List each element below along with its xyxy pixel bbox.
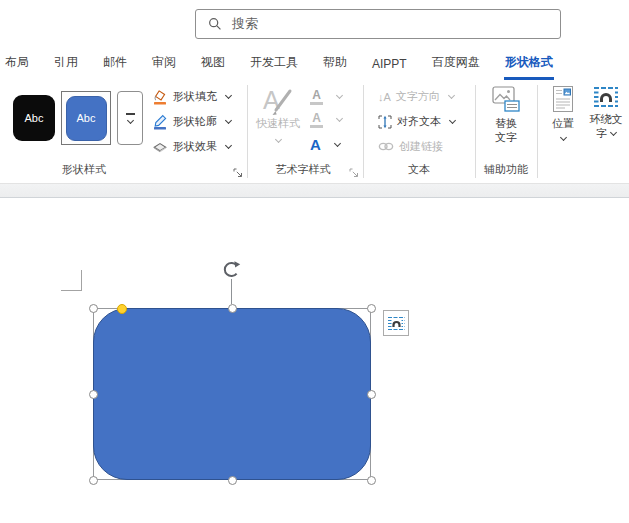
- create-link-button: 创建链接: [378, 137, 443, 156]
- selected-rounded-rectangle-shape[interactable]: [93, 308, 371, 480]
- shape-effects-label: 形状效果: [173, 139, 217, 154]
- tab-view[interactable]: 视图: [200, 48, 226, 80]
- chevron-down-icon: [225, 117, 232, 124]
- resize-handle-bottom-left[interactable]: [89, 476, 98, 485]
- layout-options-button[interactable]: [383, 310, 409, 336]
- chevron-down-icon: [336, 115, 343, 122]
- word-window: 搜索 布局 引用 邮件 审阅 视图 开发工具 帮助 AIPPT 百度网盘 形状格…: [0, 0, 629, 523]
- ribbon-document-divider: [0, 184, 629, 198]
- group-separator: [363, 85, 364, 178]
- shape-style-thumbnail-selected-frame: Abc: [61, 91, 111, 145]
- resize-handle-top-center[interactable]: [228, 304, 237, 313]
- chevron-down-icon: [449, 117, 456, 124]
- resize-handle-middle-right[interactable]: [367, 390, 376, 399]
- create-link-label: 创建链接: [399, 139, 443, 154]
- tab-mailings[interactable]: 邮件: [102, 48, 128, 80]
- chevron-down-icon: [274, 136, 281, 143]
- shape-outline-label: 形状轮廓: [173, 114, 217, 129]
- group-label-shape-styles: 形状样式: [48, 162, 120, 177]
- text-direction-icon: ↓A: [378, 91, 391, 103]
- group-label-text: 文本: [379, 162, 459, 177]
- align-text-label: 对齐文本: [397, 114, 441, 129]
- group-label-wordart-styles: 艺术字样式: [263, 162, 343, 177]
- text-fill-button: A: [310, 86, 342, 107]
- wrap-text-label-line2: 字: [596, 127, 607, 139]
- search-box[interactable]: 搜索: [195, 9, 561, 39]
- align-text-button[interactable]: 对齐文本: [378, 112, 455, 131]
- tab-aippt[interactable]: AIPPT: [371, 51, 408, 80]
- chevron-down-icon: [225, 92, 232, 99]
- group-separator: [247, 85, 248, 178]
- chevron-down-icon: [126, 117, 133, 124]
- align-text-icon: [378, 115, 392, 129]
- text-direction-label: 文字方向: [396, 89, 440, 104]
- group-separator: [537, 85, 538, 178]
- text-direction-button: ↓A 文字方向: [378, 87, 454, 106]
- tab-developer[interactable]: 开发工具: [249, 48, 299, 80]
- layout-options-wrap-icon: [388, 316, 405, 331]
- text-effects-button[interactable]: A: [310, 134, 340, 155]
- quick-styles-button: A 快速样式: [252, 84, 304, 142]
- search-placeholder: 搜索: [232, 15, 258, 33]
- quick-styles-label: 快速样式: [256, 117, 300, 129]
- position-icon: [553, 86, 573, 112]
- shape-style-thumbnail-blue[interactable]: Abc: [66, 96, 107, 141]
- chevron-down-icon: [225, 142, 232, 149]
- wrap-text-button[interactable]: 环绕文 字: [583, 86, 629, 140]
- ribbon: Abc Abc 形状填充 形状轮廓: [0, 80, 629, 184]
- shape-style-thumbnail-black[interactable]: Abc: [13, 95, 55, 141]
- shape-styles-gallery-more-button[interactable]: [117, 91, 143, 145]
- wordart-styles-dialog-launcher-icon[interactable]: [349, 168, 359, 178]
- text-outline-icon: A: [310, 112, 323, 128]
- search-icon: [208, 17, 222, 31]
- ribbon-tabs: 布局 引用 邮件 审阅 视图 开发工具 帮助 AIPPT 百度网盘 形状格式: [0, 46, 629, 80]
- chain-link-icon: [378, 141, 394, 152]
- resize-handle-bottom-center[interactable]: [228, 476, 237, 485]
- tab-layout[interactable]: 布局: [4, 48, 30, 80]
- chevron-down-icon: [610, 129, 617, 136]
- adjust-handle-yellow[interactable]: [117, 304, 127, 314]
- tab-baidu-netdisk[interactable]: 百度网盘: [431, 48, 481, 80]
- document-canvas[interactable]: [0, 198, 629, 523]
- shape-fill-label: 形状填充: [173, 89, 217, 104]
- tab-shape-format[interactable]: 形状格式: [504, 48, 554, 80]
- tab-review[interactable]: 审阅: [151, 48, 177, 80]
- resize-handle-middle-left[interactable]: [89, 390, 98, 399]
- wrap-text-icon: [594, 86, 618, 108]
- alt-text-label-line2: 文字: [495, 131, 517, 143]
- wordart-quick-styles-icon: A: [262, 84, 294, 116]
- position-label: 位置: [552, 117, 574, 129]
- alt-text-icon: [492, 86, 520, 112]
- alt-text-label-line1: 替换: [495, 117, 517, 129]
- pencil-icon: [152, 114, 168, 130]
- alt-text-button[interactable]: 替换 文字: [483, 86, 529, 144]
- chevron-down-icon: [448, 92, 455, 99]
- rotate-handle-icon[interactable]: [222, 260, 241, 279]
- resize-handle-top-right[interactable]: [367, 304, 376, 313]
- shape-fill-button[interactable]: 形状填充: [152, 87, 231, 106]
- text-outline-button: A: [310, 109, 342, 130]
- shape-effects-button[interactable]: 形状效果: [152, 137, 231, 156]
- tab-help[interactable]: 帮助: [322, 48, 348, 80]
- shape-outline-button[interactable]: 形状轮廓: [152, 112, 231, 131]
- more-bar-icon: [126, 113, 135, 115]
- shape-styles-dialog-launcher-icon[interactable]: [233, 168, 243, 178]
- shape-effects-icon: [152, 139, 168, 155]
- text-effects-icon: A: [310, 137, 321, 152]
- text-boundary-corner-mark: [61, 270, 82, 291]
- resize-handle-top-left[interactable]: [89, 304, 98, 313]
- chevron-down-icon: [336, 92, 343, 99]
- wrap-text-label-line1: 环绕文: [590, 113, 623, 125]
- position-button[interactable]: 位置: [546, 86, 580, 140]
- rotate-handle-stem: [231, 279, 232, 304]
- chevron-down-icon: [334, 140, 341, 147]
- chevron-down-icon: [559, 134, 566, 141]
- group-label-accessibility: 辅助功能: [466, 162, 546, 177]
- tab-references[interactable]: 引用: [53, 48, 79, 80]
- paint-bucket-icon: [152, 89, 168, 105]
- text-fill-icon: A: [310, 89, 323, 105]
- resize-handle-bottom-right[interactable]: [367, 476, 376, 485]
